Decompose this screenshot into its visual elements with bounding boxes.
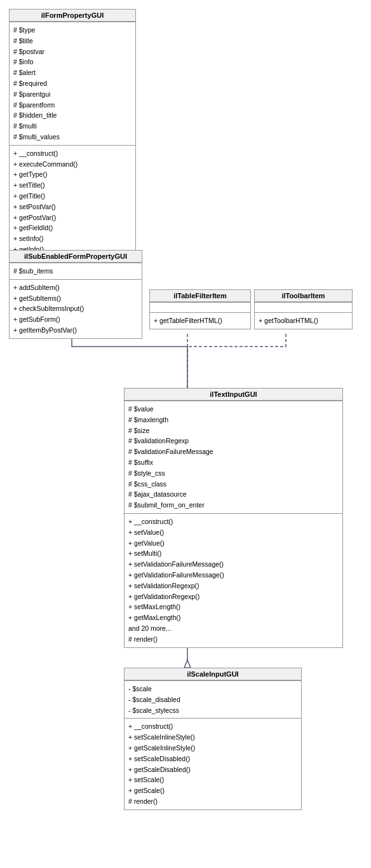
method-executeCommand: + executeCommand() — [13, 159, 132, 170]
box-ilToolbarItem: ilToolbarItem + getToolbarHTML() — [254, 289, 353, 329]
method-getValidationFailureMessage: + getValidationFailureMessage() — [128, 570, 339, 581]
method-render-scale: # render() — [128, 796, 297, 807]
method-getTitle: + getTitle() — [13, 191, 132, 202]
method-getToolbarHTML: + getToolbarHTML() — [259, 315, 348, 326]
method-getScaleInlineStyle: + getScaleInlineStyle() — [128, 743, 297, 754]
method-getTableFilterHTML: + getTableFilterHTML() — [154, 315, 246, 326]
box-ilSubEnabledFormPropertyGUI: ilSubEnabledFormPropertyGUI # $sub_items… — [9, 250, 142, 339]
method-and-more-text: and 20 more... — [128, 623, 339, 634]
method-render-text: # render() — [128, 634, 339, 645]
field-alert: # $alert — [13, 67, 132, 78]
box-fields-ilScaleInputGUI: - $scale - $scale_disabled - $scale_styl… — [125, 680, 301, 718]
box-title-ilTableFilterItem: ilTableFilterItem — [150, 290, 250, 302]
method-checkSubItemsInput: + checkSubItemsInput() — [13, 303, 138, 314]
method-setTitle: + setTitle() — [13, 180, 132, 191]
method-setValidationRegexp: + setValidationRegexp() — [128, 581, 339, 591]
method-construct: + __construct() — [13, 148, 132, 159]
box-title-ilSubEnabledFormPropertyGUI: ilSubEnabledFormPropertyGUI — [10, 251, 142, 263]
field-validationFailureMessage: # $validationFailureMessage — [128, 446, 339, 457]
method-getItemByPostVar: + getItemByPostVar() — [13, 325, 138, 336]
field-validationRegexp: # $validationRegexp — [128, 436, 339, 446]
box-methods-ilToolbarItem: + getToolbarHTML() — [255, 312, 352, 329]
method-construct-text: + __construct() — [128, 516, 339, 527]
field-multi: # $multi — [13, 121, 132, 132]
box-title-ilTextInputGUI: ilTextInputGUI — [125, 389, 342, 401]
box-fields-ilTextInputGUI: # $value # $maxlength # $size # $validat… — [125, 401, 342, 513]
method-setValidationFailureMessage: + setValidationFailureMessage() — [128, 559, 339, 570]
box-fields-ilTableFilterItem — [150, 302, 250, 312]
method-getFieldId: + getFieldId() — [13, 223, 132, 233]
box-fields-ilToolbarItem — [255, 302, 352, 312]
field-scale: - $scale — [128, 684, 297, 694]
method-setValue: + setValue() — [128, 527, 339, 538]
box-title-ilScaleInputGUI: ilScaleInputGUI — [125, 668, 301, 680]
field-submit-form-on-enter: # $submit_form_on_enter — [128, 500, 339, 511]
method-getMaxLength: + getMaxLength() — [128, 612, 339, 623]
method-setScaleDisabled: + setScaleDisabled() — [128, 754, 297, 764]
method-construct-scale: + __construct() — [128, 721, 297, 732]
method-getScaleDisabled: + getScaleDisabled() — [128, 764, 297, 775]
field-scale-disabled: - $scale_disabled — [128, 694, 297, 705]
method-setPostVar: + setPostVar() — [13, 202, 132, 212]
box-title-ilToolbarItem: ilToolbarItem — [255, 290, 352, 302]
box-ilTableFilterItem: ilTableFilterItem + getTableFilterHTML() — [149, 289, 251, 329]
box-methods-ilScaleInputGUI: + __construct() + setScaleInlineStyle() … — [125, 718, 301, 809]
field-style-css: # $style_css — [128, 468, 339, 479]
method-setMulti: + setMulti() — [128, 548, 339, 559]
box-methods-ilTextInputGUI: + __construct() + setValue() + getValue(… — [125, 513, 342, 647]
field-required: # $required — [13, 78, 132, 89]
field-sub-items: # $sub_items — [13, 266, 138, 277]
field-hidden-title: # $hidden_title — [13, 110, 132, 121]
field-suffix: # $suffix — [128, 457, 339, 468]
method-getSubItems: + getSubItems() — [13, 293, 138, 304]
field-type: # $type — [13, 25, 132, 36]
field-multi-values: # $multi_values — [13, 132, 132, 142]
method-getValidationRegexp: + getValidationRegexp() — [128, 591, 339, 602]
field-css-class: # $css_class — [128, 479, 339, 490]
field-value: # $value — [128, 404, 339, 415]
box-ilFormPropertyGUI: ilFormPropertyGUI # $type # $title # $po… — [9, 9, 136, 290]
arrow-text-to-scale — [184, 660, 191, 668]
box-fields-ilSubEnabledFormPropertyGUI: # $sub_items — [10, 263, 142, 279]
diagram-container: ilFormPropertyGUI # $type # $title # $po… — [0, 0, 371, 868]
box-methods-ilTableFilterItem: + getTableFilterHTML() — [150, 312, 250, 329]
method-setMaxLength: + setMaxLength() — [128, 602, 339, 612]
method-getSubForm: + getSubForm() — [13, 314, 138, 325]
field-postvar: # $postvar — [13, 46, 132, 57]
field-info: # $info — [13, 57, 132, 67]
method-getScale: + getScale() — [128, 785, 297, 796]
field-parentgui: # $parentgui — [13, 89, 132, 100]
box-title-ilFormPropertyGUI: ilFormPropertyGUI — [10, 10, 135, 22]
method-setScale: + setScale() — [128, 775, 297, 785]
field-maxlength: # $maxlength — [128, 415, 339, 425]
box-methods-ilSubEnabledFormPropertyGUI: + addSubItem() + getSubItems() + checkSu… — [10, 279, 142, 338]
box-fields-ilFormPropertyGUI: # $type # $title # $postvar # $info # $a… — [10, 22, 135, 145]
field-ajax-datasource: # $ajax_datasource — [128, 489, 339, 500]
field-title: # $title — [13, 36, 132, 46]
box-ilTextInputGUI: ilTextInputGUI # $value # $maxlength # $… — [124, 388, 343, 648]
field-size: # $size — [128, 425, 339, 436]
method-getValue: + getValue() — [128, 538, 339, 549]
method-getPostVar: + getPostVar() — [13, 212, 132, 223]
field-scale-stylecss: - $scale_stylecss — [128, 705, 297, 716]
method-getType: + getType() — [13, 169, 132, 180]
box-ilScaleInputGUI: ilScaleInputGUI - $scale - $scale_disabl… — [124, 668, 302, 810]
method-setInfo: + setInfo() — [13, 233, 132, 244]
connector-toolbar-to-text — [187, 334, 286, 347]
field-parentform: # $parentform — [13, 100, 132, 111]
method-setScaleInlineStyle: + setScaleInlineStyle() — [128, 732, 297, 743]
method-addSubItem: + addSubItem() — [13, 282, 138, 293]
